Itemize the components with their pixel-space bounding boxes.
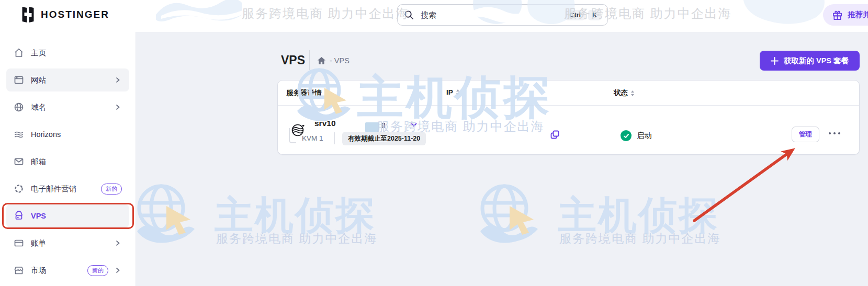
home-breadcrumb-icon[interactable] [317, 56, 326, 65]
sidebar-item-domains[interactable]: 域名 [6, 96, 129, 119]
plus-icon [771, 57, 779, 65]
storefront-icon [14, 265, 24, 276]
home-icon [14, 48, 24, 58]
sidebar-item-marketplace[interactable]: 市场 新的 [6, 259, 129, 282]
column-header-server-details[interactable]: 服务器详情 [286, 88, 328, 98]
referral-label: 推荐并 [848, 10, 868, 20]
cloud-server-icon [14, 211, 24, 221]
server-name[interactable]: srv10 [314, 119, 336, 128]
breadcrumb-current: - VPS [330, 56, 350, 65]
shortcut-key-ctrl: Ctrl [565, 10, 585, 20]
gift-icon [832, 9, 843, 20]
manage-button[interactable]: 管理 [792, 127, 819, 142]
top-bar: HOSTINGER Ctrl K 推荐并 [0, 0, 868, 32]
sort-icon [631, 90, 634, 96]
plan-label: KVM 1 [302, 134, 323, 142]
sidebar-item-horizons[interactable]: Horizons [6, 123, 129, 146]
sort-icon [456, 89, 459, 95]
sparkle-dots-icon [14, 184, 24, 194]
credit-card-icon [14, 238, 24, 248]
breadcrumb-divider [309, 50, 310, 70]
envelope-icon [14, 156, 24, 167]
sidebar-item-websites[interactable]: 网站 [6, 68, 129, 91]
hostinger-logo-text: HOSTINGER [41, 9, 109, 20]
waves-icon [14, 129, 24, 140]
breadcrumb: - VPS [317, 56, 350, 65]
new-badge: 新的 [101, 184, 122, 195]
sidebar-item-home[interactable]: 主页 [6, 41, 129, 64]
chevron-right-icon [114, 266, 122, 274]
table-header-divider [278, 105, 859, 106]
search-icon [404, 10, 414, 20]
column-header-status[interactable]: 状态 [614, 88, 634, 98]
status-running-icon [621, 130, 632, 141]
page-title: VPS [281, 53, 305, 67]
chevron-down-icon[interactable] [409, 120, 419, 132]
new-badge: 新的 [87, 265, 108, 276]
referral-button[interactable]: 推荐并 [823, 4, 868, 26]
sort-icon [325, 90, 328, 96]
search-bar[interactable]: Ctrl K [397, 4, 608, 26]
more-actions-icon[interactable] [829, 132, 840, 134]
chevron-right-icon [114, 76, 122, 84]
sidebar-item-email[interactable]: 邮箱 [6, 150, 129, 173]
status-cell: 启动 [621, 130, 652, 141]
vps-table-card: 服务器详情 IP 状态 srv10 g K [277, 80, 860, 155]
shortcut-key-k: K [588, 10, 601, 20]
browser-window-icon [14, 75, 24, 85]
hostinger-logo-icon [21, 7, 35, 22]
chevron-right-icon [114, 239, 122, 247]
column-header-ip[interactable]: IP [446, 88, 459, 96]
chevron-right-icon [114, 103, 122, 111]
hostinger-logo[interactable]: HOSTINGER [21, 7, 109, 22]
plan-divider [334, 132, 335, 144]
sidebar-item-vps[interactable]: VPS [6, 204, 129, 227]
copy-ip-icon[interactable] [550, 130, 560, 140]
tree-connector [289, 128, 296, 143]
sidebar-item-billing[interactable]: 账单 [6, 232, 129, 255]
hostinger-hpanel-screen: HOSTINGER Ctrl K 推荐并 [0, 0, 868, 286]
search-input[interactable] [420, 10, 562, 20]
redacted-hostname-block [365, 122, 379, 132]
sidebar-item-email-marketing[interactable]: 电子邮件营销 新的 [6, 177, 129, 200]
main-content [136, 32, 868, 286]
globe-icon [14, 102, 24, 112]
sidebar: 主页 网站 域名 Horizons [0, 32, 136, 286]
status-label: 启动 [637, 131, 652, 141]
expiry-badge: 有效期截止至2025-11-20 [342, 132, 426, 145]
get-new-vps-plan-button[interactable]: 获取新的 VPS 套餐 [760, 51, 860, 71]
hostname-remnant: g [381, 120, 385, 128]
